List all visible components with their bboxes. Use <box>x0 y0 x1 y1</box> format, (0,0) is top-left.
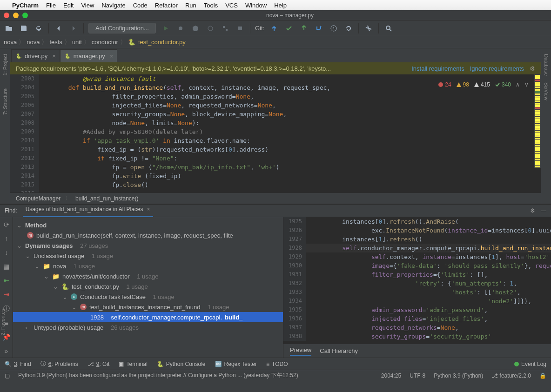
gear-icon[interactable]: ⚙ <box>530 207 535 214</box>
error-stripe[interactable] <box>534 74 541 168</box>
next-highlight-icon[interactable]: ∨ <box>524 81 529 88</box>
prev-highlight-icon[interactable]: ∧ <box>516 81 520 88</box>
git-branch[interactable]: ⎇ feature/2.2.0 <box>491 372 531 379</box>
run-config-selector[interactable]: Add Configuration... <box>88 23 156 33</box>
git-toolwindow-button[interactable]: ⎇9: Git <box>87 361 110 367</box>
database-toolwindow-button[interactable]: Database <box>544 52 549 78</box>
python-interpreter[interactable]: Python 3.9 (Python) <box>434 372 483 379</box>
structure-toolwindow-button[interactable]: 7: Structure <box>2 86 8 117</box>
stop-icon[interactable] <box>235 23 245 33</box>
window-minimize-icon[interactable] <box>13 13 19 18</box>
usages-tree[interactable]: ⌄Method mbuild_and_run_instance(self, co… <box>13 217 283 358</box>
typos-indicator[interactable]: 340 <box>495 81 511 88</box>
tree-item[interactable]: ConductorTaskTestCase <box>80 293 146 300</box>
event-log-button[interactable]: Event Log <box>514 361 546 367</box>
window-maximize-icon[interactable] <box>22 13 28 18</box>
tree-item[interactable]: nova/tests/unit/conductor <box>62 273 130 280</box>
coverage-icon[interactable] <box>190 23 201 33</box>
run-icon[interactable] <box>161 23 171 33</box>
weak-warnings-indicator[interactable]: 415 <box>474 81 490 88</box>
menu-item[interactable]: Refactor <box>155 2 178 9</box>
close-icon[interactable]: × <box>50 53 56 60</box>
crumb[interactable]: conductor <box>92 39 118 46</box>
tree-item[interactable]: Untyped (probable) usage <box>34 324 103 331</box>
project-toolwindow-button[interactable]: 1: Project <box>2 52 8 77</box>
close-icon[interactable]: × <box>108 53 114 60</box>
close-icon[interactable]: × <box>147 206 150 213</box>
tree-item-selected[interactable]: 1928 self.conductor_manager.compute_rpca… <box>13 312 283 322</box>
forward-icon[interactable] <box>68 23 79 33</box>
find-toolwindow-button[interactable]: 🔍3: Find <box>5 361 31 367</box>
tree-item[interactable]: test_conductor.py <box>72 283 119 290</box>
window-close-icon[interactable] <box>4 13 9 18</box>
editor-tab[interactable]: 🐍 manager.py × <box>60 49 118 62</box>
ignore-requirements-link[interactable]: Ignore requirements <box>470 65 524 72</box>
git-rollback-icon[interactable] <box>343 23 354 33</box>
concurrency-icon[interactable] <box>220 23 230 33</box>
group-icon[interactable]: ▦ <box>3 263 9 270</box>
export-icon[interactable]: ⇤ <box>4 277 9 284</box>
git-push-icon[interactable] <box>299 23 309 33</box>
crumb[interactable]: unit <box>72 39 82 46</box>
preview-content[interactable]: instances[0].refresh().AndRaise( exc.Ins… <box>306 217 551 341</box>
minimize-icon[interactable]: — <box>541 207 546 214</box>
menu-item[interactable]: Navigate <box>101 2 125 9</box>
sciview-toolwindow-button[interactable]: SciView <box>544 80 549 102</box>
tree-item[interactable]: test_build_instances_instance_not_found <box>89 304 201 311</box>
crumb[interactable]: nova <box>27 39 40 46</box>
ide-settings-icon[interactable] <box>363 23 374 33</box>
lock-icon[interactable]: 🔒 <box>539 372 546 379</box>
toolwindows-icon[interactable]: ▢ <box>5 372 10 379</box>
git-update-icon[interactable] <box>269 23 279 33</box>
search-everywhere-icon[interactable] <box>383 23 394 33</box>
git-new-branch-icon[interactable]: + <box>314 23 324 33</box>
menu-item[interactable]: VCS <box>225 2 238 9</box>
regex-tester-toolwindow-button[interactable]: 🔤Regex Tester <box>215 361 257 367</box>
crumb[interactable]: nova <box>4 39 17 46</box>
install-requirements-link[interactable]: Install requirements <box>411 65 464 72</box>
gear-icon[interactable]: ⚙ <box>530 65 535 72</box>
open-icon[interactable] <box>4 23 14 33</box>
file-encoding[interactable]: UTF-8 <box>410 372 425 379</box>
menu-item[interactable]: Code <box>133 2 148 9</box>
context-method[interactable]: build_and_run_instance() <box>75 195 138 202</box>
terminal-toolwindow-button[interactable]: ▣Terminal <box>119 361 147 367</box>
code-content[interactable]: @wrap_instance_fault def build_and_run_i… <box>39 74 531 189</box>
tree-item[interactable]: build_and_run_instance(self, context, in… <box>36 232 233 239</box>
editor-tab[interactable]: 🐍 driver.py × <box>11 49 60 62</box>
menu-item[interactable]: Edit <box>63 2 74 9</box>
save-icon[interactable] <box>19 23 29 33</box>
errors-indicator[interactable]: 24 <box>438 81 451 88</box>
tree-item[interactable]: Unclassified usage <box>34 252 84 259</box>
menu-item[interactable]: Help <box>274 2 287 9</box>
refresh-icon[interactable] <box>34 23 44 33</box>
menu-item[interactable]: Window <box>245 2 267 9</box>
python-console-toolwindow-button[interactable]: 🐍Python Console <box>157 361 206 367</box>
rerun-icon[interactable]: ⟳ <box>4 221 9 228</box>
prev-occurrence-icon[interactable]: ↑ <box>5 235 8 242</box>
menu-item[interactable]: File <box>46 2 56 9</box>
inspection-widget[interactable]: 24 98 415 340 ∧ ∨ <box>438 80 529 89</box>
preview-tab[interactable]: Preview <box>290 346 311 356</box>
crumb[interactable]: tests <box>49 39 62 46</box>
code-editor[interactable]: 2003200420052006200720082009201020112012… <box>10 74 541 193</box>
context-class[interactable]: ComputeManager <box>16 195 60 202</box>
remove-icon[interactable]: ⇥ <box>4 291 9 298</box>
todo-toolwindow-button[interactable]: ≡TODO <box>266 361 288 367</box>
menu-item[interactable]: Run <box>185 2 196 9</box>
caret-position[interactable]: 2004:25 <box>381 372 401 379</box>
favorites-toolwindow-button[interactable]: 2: Favorites <box>0 307 6 337</box>
back-icon[interactable] <box>54 23 64 33</box>
tree-item[interactable]: nova <box>53 263 66 270</box>
crumb-file[interactable]: test_conductor.py <box>138 39 186 46</box>
preview-code[interactable]: 1925192619271928192919301931193219331934… <box>283 217 551 344</box>
next-occurrence-icon[interactable]: ↓ <box>5 249 8 256</box>
warnings-indicator[interactable]: 98 <box>456 81 469 88</box>
more-icon[interactable]: » <box>5 347 8 355</box>
problems-toolwindow-button[interactable]: ⓘ6: Problems <box>40 360 78 368</box>
call-hierarchy-tab[interactable]: Call Hierarchy <box>320 347 358 354</box>
debug-icon[interactable] <box>175 23 186 33</box>
git-history-icon[interactable] <box>329 23 339 33</box>
find-tab[interactable]: Usages of build_and_run_instance in All … <box>23 204 153 217</box>
menu-item[interactable]: View <box>81 2 94 9</box>
